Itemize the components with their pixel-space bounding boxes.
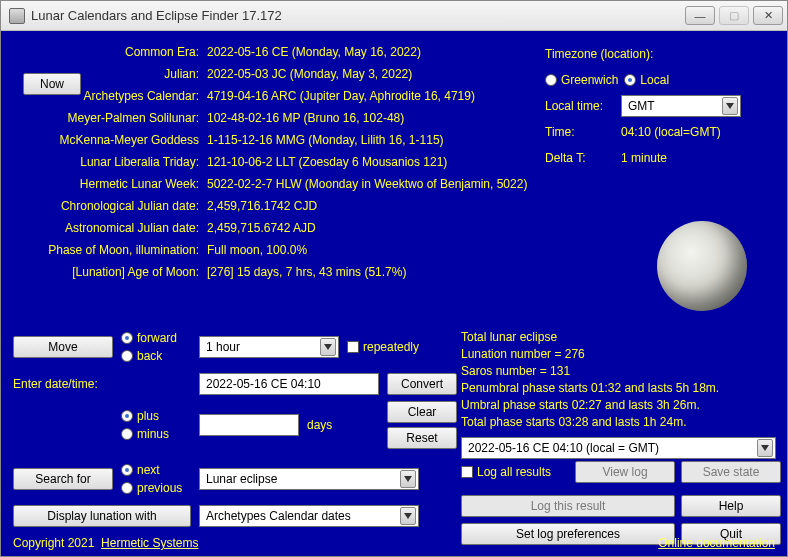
eclipse-info: Total lunar eclipse Lunation number = 27… <box>461 329 776 459</box>
chevron-down-icon <box>320 338 336 356</box>
localtime-select[interactable]: GMT <box>621 95 741 117</box>
display-calendar-select[interactable]: Archetypes Calendar dates <box>199 505 419 527</box>
save-state-button: Save state <box>681 461 781 483</box>
reset-button[interactable]: Reset <box>387 427 457 449</box>
display-lunation-button[interactable]: Display lunation with <box>13 505 191 527</box>
timezone-label: Timezone (location): <box>545 43 653 65</box>
back-radio[interactable]: back <box>121 349 191 363</box>
titlebar[interactable]: Lunar Calendars and Eclipse Finder 17.17… <box>1 1 787 31</box>
field-values: 2022-05-16 CE (Monday, May 16, 2022) 202… <box>207 41 537 283</box>
datetime-input[interactable]: 2022-05-16 CE 04:10 <box>199 373 379 395</box>
online-doc-link[interactable]: Online documentation <box>658 536 775 550</box>
moon-image <box>657 221 747 311</box>
previous-radio[interactable]: previous <box>121 481 191 495</box>
hermetic-link[interactable]: Hermetic Systems <box>101 536 198 550</box>
deltat-value: 1 minute <box>621 147 667 169</box>
view-log-button: View log <box>575 461 675 483</box>
history-select[interactable]: 2022-05-16 CE 04:10 (local = GMT) <box>461 437 776 459</box>
tz-local-radio[interactable]: Local <box>624 69 669 91</box>
tz-greenwich-radio[interactable]: Greenwich <box>545 69 618 91</box>
localtime-label: Local time: <box>545 95 615 117</box>
chevron-down-icon <box>722 97 738 115</box>
help-button[interactable]: Help <box>681 495 781 517</box>
app-window: Lunar Calendars and Eclipse Finder 17.17… <box>0 0 788 557</box>
window-title: Lunar Calendars and Eclipse Finder 17.17… <box>31 8 685 23</box>
repeatedly-checkbox[interactable]: repeatedly <box>347 340 419 354</box>
chevron-down-icon <box>400 470 416 488</box>
enter-datetime-label: Enter date/time: <box>13 377 113 391</box>
clear-button[interactable]: Clear <box>387 401 457 423</box>
app-icon <box>9 8 25 24</box>
log-this-button: Log this result <box>461 495 675 517</box>
deltat-label: Delta T: <box>545 147 615 169</box>
close-button[interactable]: ✕ <box>753 6 783 25</box>
minus-radio[interactable]: minus <box>121 427 191 441</box>
plus-radio[interactable]: plus <box>121 409 191 423</box>
maximize-button: ▢ <box>719 6 749 25</box>
now-button[interactable]: Now <box>23 73 81 95</box>
search-target-select[interactable]: Lunar eclipse <box>199 468 419 490</box>
client-area: Now Common Era: Julian: Archetypes Calen… <box>1 31 787 556</box>
log-all-checkbox[interactable]: Log all results <box>461 465 569 479</box>
next-radio[interactable]: next <box>121 463 191 477</box>
move-step-select[interactable]: 1 hour <box>199 336 339 358</box>
time-value: 04:10 (local=GMT) <box>621 121 721 143</box>
search-button[interactable]: Search for <box>13 468 113 490</box>
days-label: days <box>307 418 379 432</box>
move-button[interactable]: Move <box>13 336 113 358</box>
convert-button[interactable]: Convert <box>387 373 457 395</box>
chevron-down-icon <box>400 507 416 525</box>
time-label: Time: <box>545 121 615 143</box>
forward-radio[interactable]: forward <box>121 331 191 345</box>
minimize-button[interactable]: — <box>685 6 715 25</box>
copyright: Copyright 2021 Hermetic Systems <box>13 536 198 550</box>
chevron-down-icon <box>757 439 773 457</box>
days-input[interactable] <box>199 414 299 436</box>
